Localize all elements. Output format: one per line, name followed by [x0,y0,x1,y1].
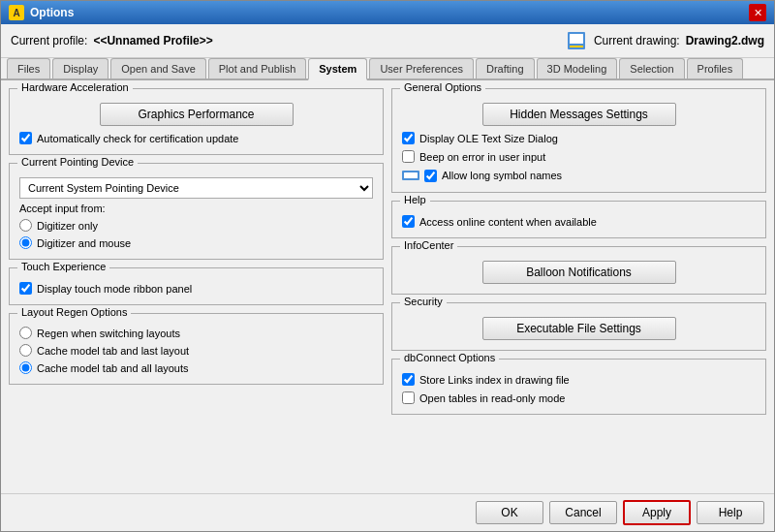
auto-check-row: Automatically check for certification up… [19,132,373,144]
tab-display[interactable]: Display [52,58,108,78]
digitizer-only-label: Digitizer only [37,220,98,232]
window-title: Options [30,6,74,19]
graphics-performance-button[interactable]: Graphics Performance [100,103,294,126]
layout-regen-group: Layout Regen Options Regen when switchin… [9,313,384,385]
tab-files[interactable]: Files [7,58,50,78]
options-window: A Options ✕ Current profile: <<Unnamed P… [0,0,775,532]
executable-file-settings-button[interactable]: Executable File Settings [482,317,676,340]
content-area: Hardware Acceleration Graphics Performan… [1,80,774,493]
tab-profiles[interactable]: Profiles [687,58,744,78]
pointing-device-select[interactable]: Current System Pointing Device [19,177,373,199]
cache-all-radio[interactable] [19,361,32,374]
digitizer-only-row: Digitizer only [19,219,373,232]
tabs-bar: Files Display Open and Save Plot and Pub… [1,58,774,80]
regen-switch-row: Regen when switching layouts [19,327,373,339]
cache-last-radio[interactable] [19,344,32,357]
access-online-checkbox[interactable] [402,215,415,228]
current-drawing-label: Current drawing: [594,34,680,47]
general-options-title: General Options [400,81,485,93]
access-online-label: Access online content when available [419,216,597,228]
open-tables-row: Open tables in read-only mode [402,391,756,404]
balloon-notifications-button[interactable]: Balloon Notifications [482,261,676,284]
tab-drafting[interactable]: Drafting [476,58,535,78]
close-button[interactable]: ✕ [749,4,766,21]
svg-rect-4 [404,172,418,178]
accept-input-label: Accept input from: [19,203,373,214]
digitizer-mouse-row: Digitizer and mouse [19,236,373,249]
tab-selection[interactable]: Selection [619,58,684,78]
allow-long-row: Allow long symbol names [402,169,756,182]
svg-rect-1 [570,34,583,44]
display-ole-label: Display OLE Text Size Dialog [419,133,558,144]
hardware-acceleration-title: Hardware Acceleration [17,81,133,93]
digitizer-only-radio[interactable] [19,219,32,232]
cache-last-row: Cache model tab and last layout [19,344,373,357]
cancel-button[interactable]: Cancel [549,501,617,524]
help-button[interactable]: Help [697,501,764,524]
tab-user-preferences[interactable]: User Preferences [369,58,474,78]
profile-bar: Current profile: <<Unnamed Profile>> Cur… [1,24,774,58]
tab-system[interactable]: System [308,58,367,80]
pointing-device-select-row: Current System Pointing Device [19,177,373,199]
access-online-row: Access online content when available [402,215,756,228]
footer-bar: OK Cancel Apply Help [1,493,774,531]
infocenter-title: InfoCenter [400,239,457,251]
pointing-device-group: Current Pointing Device Current System P… [9,163,384,260]
current-profile-label: Current profile: [11,34,87,47]
cache-all-row: Cache model tab and all layouts [19,361,373,374]
beep-checkbox[interactable] [402,150,415,163]
beep-label: Beep on error in user input [419,151,545,163]
auto-check-label: Automatically check for certification up… [37,133,239,144]
app-icon: A [9,5,24,20]
title-bar: A Options ✕ [1,1,774,24]
regen-switch-label: Regen when switching layouts [37,328,180,339]
apply-button[interactable]: Apply [623,500,691,525]
dbconnect-title: dbConnect Options [400,352,499,363]
touch-experience-title: Touch Experience [17,261,109,272]
touch-mode-checkbox[interactable] [19,282,32,295]
drawing-icon [565,29,588,52]
svg-rect-2 [570,46,583,47]
touch-mode-label: Display touch mode ribbon panel [37,283,192,295]
left-panel: Hardware Acceleration Graphics Performan… [9,88,384,485]
help-group: Help Access online content when availabl… [391,201,766,238]
pointing-device-title: Current Pointing Device [17,156,138,168]
security-group: Security Executable File Settings [391,302,766,351]
touch-experience-group: Touch Experience Display touch mode ribb… [9,267,384,305]
auto-check-checkbox[interactable] [19,132,32,144]
regen-switch-radio[interactable] [19,327,32,339]
tab-open-and-save[interactable]: Open and Save [110,58,205,78]
store-links-row: Store Links index in drawing file [402,373,756,386]
open-tables-label: Open tables in read-only mode [419,392,565,404]
digitizer-mouse-radio[interactable] [19,236,32,249]
help-group-title: Help [400,194,430,205]
store-links-label: Store Links index in drawing file [419,374,570,386]
allow-long-checkbox[interactable] [424,170,437,182]
infocenter-group: InfoCenter Balloon Notifications [391,246,766,295]
beep-row: Beep on error in user input [402,150,756,163]
open-tables-checkbox[interactable] [402,391,415,404]
profile-name: <<Unnamed Profile>> [93,34,212,47]
allow-long-label: Allow long symbol names [442,170,562,181]
hidden-messages-button[interactable]: Hidden Messages Settings [482,103,676,126]
touch-mode-row: Display touch mode ribbon panel [19,282,373,295]
dbconnect-group: dbConnect Options Store Links index in d… [391,359,766,415]
digitizer-mouse-label: Digitizer and mouse [37,237,131,249]
drawing-name: Drawing2.dwg [686,34,764,47]
hardware-acceleration-group: Hardware Acceleration Graphics Performan… [9,88,384,155]
security-title: Security [400,296,447,307]
layout-regen-title: Layout Regen Options [17,306,131,318]
store-links-checkbox[interactable] [402,373,415,386]
display-ole-row: Display OLE Text Size Dialog [402,132,756,144]
allow-long-icon [402,169,419,182]
tab-plot-and-publish[interactable]: Plot and Publish [208,58,307,78]
tab-3d-modeling[interactable]: 3D Modeling [537,58,618,78]
cache-last-label: Cache model tab and last layout [37,345,189,357]
general-options-group: General Options Hidden Messages Settings… [391,88,766,193]
display-ole-checkbox[interactable] [402,132,415,144]
ok-button[interactable]: OK [476,501,543,524]
cache-all-label: Cache model tab and all layouts [37,362,189,374]
right-panel: General Options Hidden Messages Settings… [391,88,766,485]
